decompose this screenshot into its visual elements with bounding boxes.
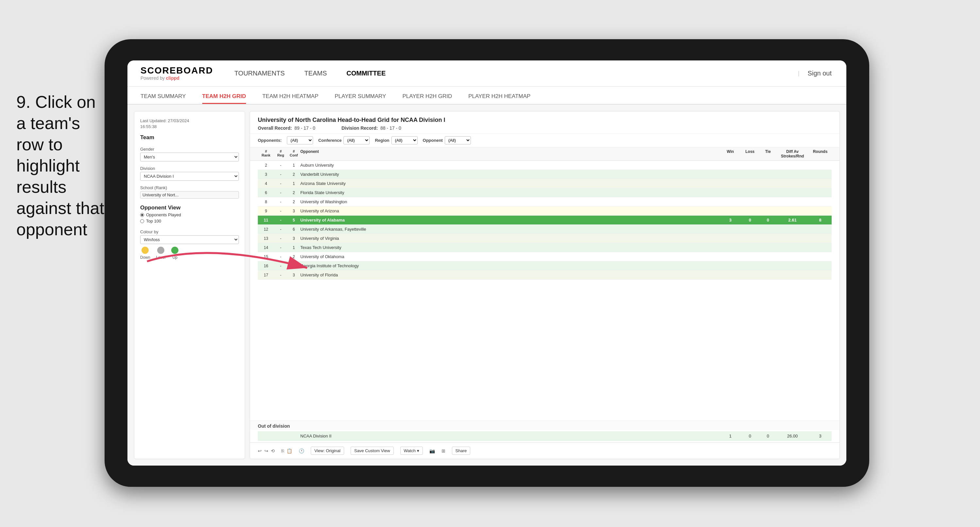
cell-opponent: University of Arkansas, Fayetteville (300, 227, 721, 232)
colour-level: Level (156, 247, 165, 260)
cell-conf: 1 (287, 182, 300, 186)
colour-up: Up (171, 247, 178, 260)
logo-powered: Powered by clippd (140, 76, 213, 81)
cell-win: 3 (721, 218, 740, 223)
cell-reg: - (274, 218, 287, 223)
cell-opponent: Vanderbilt University (300, 172, 721, 177)
cell-rank: 13 (258, 236, 274, 241)
table-row[interactable]: 3 - 2 Vanderbilt University (258, 170, 832, 179)
conference-filter-group: Conference (All) (318, 136, 370, 145)
subnav-team-h2h-grid[interactable]: TEAM H2H GRID (202, 93, 246, 104)
grid-icon[interactable]: ⊞ (441, 448, 445, 454)
cell-reg: - (274, 200, 287, 204)
clock-icon[interactable]: 🕐 (299, 448, 304, 454)
colour-select[interactable]: Win/loss (140, 235, 239, 244)
logo-scoreboard: SCOREBOARD (140, 66, 213, 76)
nav-right: | Sign out (798, 70, 833, 77)
cell-conf: 3 (287, 236, 300, 241)
cell-opponent: Arizona State University (300, 181, 721, 186)
radio-opponents-played[interactable]: Opponents Played (140, 212, 239, 217)
table-row[interactable]: 13 - 3 University of Virginia (258, 234, 832, 243)
radio-group: Opponents Played Top 100 (140, 212, 239, 223)
table-row[interactable]: 16 - 4 Georgia Institute of Technology (258, 261, 832, 271)
cell-rank: 3 (258, 172, 274, 177)
cell-rank: 17 (258, 273, 274, 277)
school-value: University of Nort... (140, 191, 239, 199)
table-row[interactable]: 14 - 1 Texas Tech University (258, 243, 832, 252)
save-custom-view-button[interactable]: Save Custom View (351, 447, 394, 455)
table-row[interactable]: 9 - 3 University of Arizona (258, 207, 832, 216)
header-win: Win (721, 149, 740, 158)
header-conf: # Conf (287, 149, 300, 158)
cell-reg: - (274, 191, 287, 195)
cell-opponent: University of Washington (300, 199, 721, 204)
cell-reg: - (274, 182, 287, 186)
cell-conf: 3 (287, 209, 300, 213)
copy-icon[interactable]: ⎘ (282, 448, 284, 454)
cell-reg: - (274, 245, 287, 250)
table-row[interactable]: 17 - 3 University of Florida (258, 271, 832, 280)
division-select[interactable]: NCAA Division I (140, 172, 239, 181)
gender-select[interactable]: Men's (140, 153, 239, 161)
conference-select[interactable]: (All) (344, 136, 369, 145)
region-label: Region (375, 138, 389, 143)
toolbar-time-group: 🕐 (299, 448, 304, 454)
subnav-team-h2h-heatmap[interactable]: TEAM H2H HEATMAP (262, 93, 318, 104)
table-row[interactable]: 15 - 2 University of Oklahoma (258, 252, 832, 261)
out-of-division-row[interactable]: NCAA Division II 1 0 0 26.00 3 (258, 431, 832, 441)
team-label: Team (140, 134, 239, 141)
table-row[interactable]: 11 - 5 University of Alabama 3 0 0 2.61 … (258, 216, 832, 225)
cell-ood-loss: 0 (740, 433, 760, 438)
subnav-player-h2h-heatmap[interactable]: PLAYER H2H HEATMAP (468, 93, 530, 104)
share-button[interactable]: Share (452, 447, 471, 455)
camera-icon[interactable]: 📷 (430, 448, 435, 454)
opponents-filter-select[interactable]: (All) (287, 136, 313, 145)
colour-down: Down (140, 247, 150, 260)
table-row[interactable]: 4 - 1 Arizona State University (258, 179, 832, 188)
cell-conf: 6 (287, 227, 300, 232)
cell-tie: 0 (760, 218, 776, 223)
nav-committee[interactable]: COMMITTEE (345, 70, 387, 77)
cell-opponent: University of Alabama (300, 218, 721, 223)
toolbar-undo-group: ↩ ↪ ⟲ (258, 448, 275, 454)
cell-conf: 2 (287, 172, 300, 177)
opponents-filter-label: Opponents: (258, 138, 282, 143)
subnav-player-summary[interactable]: PLAYER SUMMARY (335, 93, 386, 104)
cell-opponent: Texas Tech University (300, 245, 721, 250)
cell-ood-division: NCAA Division II (300, 433, 721, 438)
opponent-filter-select[interactable]: (All) (445, 136, 471, 145)
nav-divider: | (798, 70, 800, 77)
table-header: # Rank # Reg # Conf Opponent Win Loss Ti… (250, 147, 840, 161)
cell-reg: - (274, 227, 287, 232)
region-select[interactable]: (All) (391, 136, 418, 145)
header-tie: Tie (760, 149, 776, 158)
cell-opponent: University of Arizona (300, 209, 721, 213)
table-row[interactable]: 6 - 2 Florida State University (258, 188, 832, 197)
cell-ood-tie: 0 (760, 433, 776, 438)
panel-title: University of North Carolina Head-to-Hea… (258, 117, 832, 124)
cell-rank: 6 (258, 191, 274, 195)
header-rounds: Rounds (809, 149, 832, 158)
radio-top100[interactable]: Top 100 (140, 218, 239, 223)
table-row[interactable]: 2 - 1 Auburn University (258, 161, 832, 170)
watch-button[interactable]: Watch ▾ (400, 447, 423, 455)
cell-rank: 12 (258, 227, 274, 232)
cell-rank: 14 (258, 245, 274, 250)
redo-icon[interactable]: ↪ (264, 448, 268, 454)
panel-records: Overall Record: 89 - 17 - 0 Division Rec… (258, 126, 832, 131)
undo-icon[interactable]: ↩ (258, 448, 262, 454)
reset-icon[interactable]: ⟲ (271, 448, 275, 454)
nav-tournaments[interactable]: TOURNAMENTS (233, 70, 286, 77)
tablet-frame: SCOREBOARD Powered by clippd TOURNAMENTS… (105, 39, 869, 487)
timestamp-label: Last Updated: 27/03/2024 (140, 118, 189, 123)
subnav-team-summary[interactable]: TEAM SUMMARY (140, 93, 186, 104)
table-row[interactable]: 12 - 6 University of Arkansas, Fayettevi… (258, 225, 832, 234)
sign-out-link[interactable]: Sign out (806, 70, 833, 77)
subnav-player-h2h-grid[interactable]: PLAYER H2H GRID (402, 93, 452, 104)
nav-teams[interactable]: TEAMS (302, 70, 328, 77)
table-row[interactable]: 8 - 2 University of Washington (258, 197, 832, 207)
view-original-button[interactable]: View: Original (311, 447, 344, 455)
cell-reg: - (274, 209, 287, 213)
paste-icon[interactable]: 📋 (286, 448, 292, 454)
cell-opponent: University of Florida (300, 272, 721, 277)
